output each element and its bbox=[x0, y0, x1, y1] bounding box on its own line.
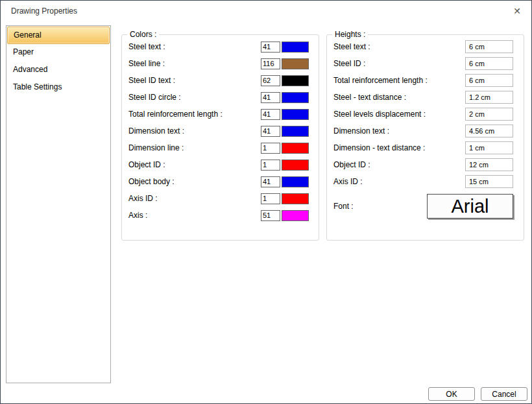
color-row-label: Dimension line : bbox=[128, 143, 261, 152]
cancel-button[interactable]: Cancel bbox=[481, 387, 527, 401]
color-row: Axis ID : bbox=[122, 190, 319, 207]
height-row-label: Axis ID : bbox=[333, 177, 465, 186]
color-row: Steel line : bbox=[122, 55, 319, 72]
font-row: Font : Arial bbox=[327, 194, 524, 219]
height-row: Steel ID : bbox=[327, 55, 524, 72]
color-number-input[interactable] bbox=[261, 210, 280, 221]
height-value-input[interactable] bbox=[465, 57, 513, 70]
color-row-label: Object body : bbox=[128, 177, 261, 186]
height-value-input[interactable] bbox=[465, 91, 513, 104]
ok-button[interactable]: OK bbox=[428, 387, 475, 401]
height-row-label: Dimension - text distance : bbox=[333, 143, 465, 152]
height-row: Object ID : bbox=[327, 156, 524, 173]
sidebar-list: GeneralPaperAdvancedTable Settings bbox=[6, 25, 111, 383]
color-number-input[interactable] bbox=[261, 42, 280, 53]
heights-group-title: Heights : bbox=[332, 30, 368, 39]
color-row: Dimension line : bbox=[122, 139, 319, 156]
height-value-input[interactable] bbox=[465, 175, 513, 188]
color-row: Axis : bbox=[122, 207, 319, 224]
color-number-input[interactable] bbox=[261, 143, 280, 154]
color-row-label: Steel ID circle : bbox=[128, 93, 261, 102]
height-row-label: Total reinforcement length : bbox=[333, 76, 465, 85]
color-number-input[interactable] bbox=[261, 160, 280, 171]
height-row: Dimension - text distance : bbox=[327, 139, 524, 156]
color-swatch[interactable] bbox=[282, 58, 309, 69]
color-swatch[interactable] bbox=[282, 92, 309, 103]
heights-group: Heights : Steel text :Steel ID :Total re… bbox=[326, 34, 524, 241]
color-number-input[interactable] bbox=[261, 92, 280, 103]
colors-group: Colors : Steel text :Steel line :Steel I… bbox=[121, 34, 319, 241]
color-row-label: Steel text : bbox=[128, 42, 261, 51]
color-row-label: Object ID : bbox=[128, 160, 261, 169]
sidebar-item-general[interactable]: General bbox=[7, 27, 110, 44]
font-picker-button[interactable]: Arial bbox=[427, 194, 513, 219]
height-row: Dimension text : bbox=[327, 123, 524, 139]
color-row-label: Steel line : bbox=[128, 59, 261, 68]
color-number-input[interactable] bbox=[261, 193, 280, 204]
color-row: Object ID : bbox=[122, 156, 319, 173]
close-icon[interactable]: ✕ bbox=[503, 1, 531, 21]
height-row: Total reinforcement length : bbox=[327, 72, 524, 89]
color-row: Steel ID text : bbox=[122, 72, 319, 89]
color-swatch[interactable] bbox=[282, 143, 309, 154]
colors-group-title: Colors : bbox=[127, 30, 159, 39]
color-row-label: Dimension text : bbox=[128, 126, 261, 136]
color-row-label: Axis : bbox=[128, 211, 261, 220]
color-row: Object body : bbox=[122, 173, 319, 190]
font-label: Font : bbox=[333, 202, 427, 211]
height-value-input[interactable] bbox=[465, 108, 513, 121]
color-row-label: Axis ID : bbox=[128, 194, 261, 203]
height-value-input[interactable] bbox=[465, 158, 513, 171]
height-row: Steel text : bbox=[327, 38, 524, 55]
height-row: Steel - text distance : bbox=[327, 89, 524, 106]
height-value-input[interactable] bbox=[465, 125, 513, 137]
titlebar: Drawing Properties ✕ bbox=[1, 1, 531, 21]
color-swatch[interactable] bbox=[282, 75, 309, 86]
color-number-input[interactable] bbox=[261, 109, 280, 120]
height-value-input[interactable] bbox=[465, 141, 513, 154]
color-swatch[interactable] bbox=[282, 176, 309, 187]
color-swatch[interactable] bbox=[282, 193, 309, 204]
color-swatch[interactable] bbox=[282, 160, 309, 171]
height-row: Steel levels displacement : bbox=[327, 106, 524, 123]
color-swatch[interactable] bbox=[282, 42, 309, 53]
color-swatch[interactable] bbox=[282, 126, 309, 137]
window-title: Drawing Properties bbox=[11, 6, 77, 16]
color-row-label: Total reinforcement length : bbox=[128, 110, 261, 119]
height-row-label: Object ID : bbox=[333, 160, 465, 169]
color-row: Dimension text : bbox=[122, 123, 319, 139]
height-value-input[interactable] bbox=[465, 74, 513, 87]
drawing-properties-dialog: Drawing Properties ✕ GeneralPaperAdvance… bbox=[0, 0, 532, 404]
sidebar-item-advanced[interactable]: Advanced bbox=[7, 62, 110, 79]
color-number-input[interactable] bbox=[261, 176, 280, 187]
color-number-input[interactable] bbox=[261, 75, 280, 86]
color-row: Steel ID circle : bbox=[122, 89, 319, 106]
height-value-input[interactable] bbox=[465, 40, 513, 53]
heights-rows: Steel text :Steel ID :Total reinforcemen… bbox=[327, 38, 524, 190]
color-row-label: Steel ID text : bbox=[128, 76, 261, 85]
sidebar-item-paper[interactable]: Paper bbox=[7, 44, 110, 62]
sidebar-item-table-settings[interactable]: Table Settings bbox=[7, 79, 110, 97]
color-number-input[interactable] bbox=[261, 126, 280, 137]
color-row: Total reinforcement length : bbox=[122, 106, 319, 123]
height-row: Axis ID : bbox=[327, 173, 524, 190]
height-row-label: Steel - text distance : bbox=[333, 93, 465, 102]
color-swatch[interactable] bbox=[282, 210, 309, 221]
color-number-input[interactable] bbox=[261, 58, 280, 69]
color-row: Steel text : bbox=[122, 38, 319, 55]
height-row-label: Steel levels displacement : bbox=[333, 110, 465, 119]
colors-rows: Steel text :Steel line :Steel ID text :S… bbox=[122, 38, 319, 224]
color-swatch[interactable] bbox=[282, 109, 309, 120]
height-row-label: Steel text : bbox=[333, 42, 465, 51]
height-row-label: Dimension text : bbox=[333, 126, 465, 136]
height-row-label: Steel ID : bbox=[333, 59, 465, 68]
